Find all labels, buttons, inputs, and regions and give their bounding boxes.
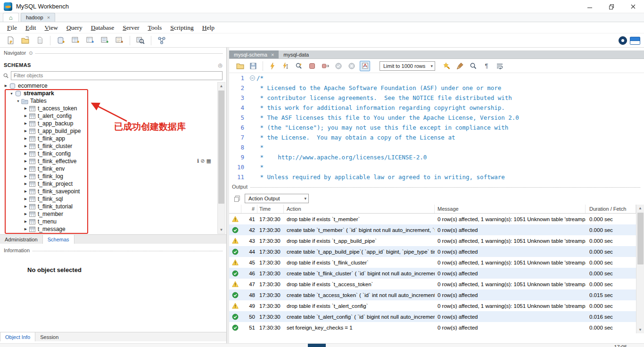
limit-rows-dropdown[interactable]: Limit to 1000 rows ▾ xyxy=(380,61,435,71)
schema-tree[interactable]: ▶ ecommerce ▼ streampark ▼ Tables ▶ xyxy=(0,82,217,234)
create-view-icon[interactable] xyxy=(84,35,96,46)
output-row[interactable]: 50 17:30:30 create table `t_alert_config… xyxy=(229,311,636,322)
table-node[interactable]: ▶ t_flink_sql xyxy=(0,195,217,203)
menu-item[interactable]: Tools xyxy=(143,23,166,33)
info-icon[interactable]: ℹ xyxy=(197,158,199,164)
minimize-button[interactable] xyxy=(579,0,601,13)
table-node[interactable]: ▶ t_flink_app xyxy=(0,135,217,142)
filter-objects-input[interactable] xyxy=(11,71,223,80)
output-row[interactable]: 48 17:30:30 create table `t_access_token… xyxy=(229,289,636,300)
deny-icon[interactable]: ⊘ xyxy=(200,158,205,164)
word-wrap-icon[interactable] xyxy=(495,61,505,71)
execute-statement-icon[interactable] xyxy=(281,61,291,71)
tree-scrollbar[interactable]: ▲ ▼ xyxy=(217,82,225,234)
output-row[interactable]: 49 17:30:30 drop table if exists `t_aler… xyxy=(229,300,636,311)
menu-item[interactable]: View xyxy=(41,23,62,33)
expand-collapsed-icon[interactable]: ▶ xyxy=(23,205,29,208)
copy-output-icon[interactable] xyxy=(234,195,241,202)
close-tab-icon[interactable]: × xyxy=(47,15,50,20)
tab-mysql-schema[interactable]: mysql-schema × xyxy=(229,50,279,58)
output-scrollbar[interactable]: ▲ ▼ xyxy=(636,205,644,333)
notifications-icon[interactable] xyxy=(619,36,627,45)
expand-collapsed-icon[interactable]: ▶ xyxy=(23,144,29,148)
expand-collapsed-icon[interactable]: ▶ xyxy=(23,212,29,216)
expand-collapsed-icon[interactable]: ▶ xyxy=(23,137,29,140)
table-node[interactable]: ▶ t_alert_config xyxy=(0,112,217,120)
save-snippet-icon[interactable] xyxy=(442,61,452,71)
search-data-icon[interactable] xyxy=(135,35,146,46)
stop-query-icon[interactable] xyxy=(307,61,317,71)
schema-node-ecommerce[interactable]: ▶ ecommerce xyxy=(0,82,217,90)
output-row[interactable]: 47 17:30:30 drop table if exists `t_acce… xyxy=(229,279,636,289)
menu-item[interactable]: Server xyxy=(118,23,143,33)
menu-item[interactable]: Edit xyxy=(21,23,41,33)
tab-object-info[interactable]: Object Info xyxy=(0,332,35,341)
expand-collapsed-icon[interactable]: ▶ xyxy=(23,190,29,193)
expand-collapsed-icon[interactable]: ▶ xyxy=(23,152,29,156)
expand-expanded-icon[interactable]: ▼ xyxy=(8,92,15,95)
grid-icon[interactable]: ▦ xyxy=(206,158,211,164)
tab-mysql-data[interactable]: mysql-data xyxy=(279,50,314,58)
commit-icon[interactable] xyxy=(333,61,344,71)
schema-node-streampark[interactable]: ▼ streampark xyxy=(0,90,217,97)
output-row[interactable]: 46 17:30:30 create table `t_flink_cluste… xyxy=(229,268,636,279)
output-row[interactable]: 44 17:30:30 create table `t_app_build_pi… xyxy=(229,246,636,257)
expand-collapsed-icon[interactable]: ▶ xyxy=(23,107,29,110)
stop-on-error-toggle-icon[interactable] xyxy=(320,61,330,71)
create-procedure-icon[interactable] xyxy=(99,35,110,46)
expand-expanded-icon[interactable]: ▼ xyxy=(15,99,21,103)
find-icon[interactable] xyxy=(468,61,479,71)
output-row[interactable]: 45 17:30:30 drop table if exists `t_flin… xyxy=(229,257,636,268)
expand-collapsed-icon[interactable]: ▶ xyxy=(23,174,29,178)
connection-tab-hadoop[interactable]: hadoop × xyxy=(21,13,55,22)
menu-item[interactable]: Database xyxy=(87,23,118,33)
sql-code-editor[interactable]: 1 − /* 2 − * Licensed to the Apache Soft… xyxy=(229,73,644,183)
menu-item[interactable]: File xyxy=(3,23,21,33)
home-tab[interactable]: ⌂ xyxy=(3,13,19,22)
table-node[interactable]: ▶ t_flink_savepoint xyxy=(0,188,217,195)
expand-collapsed-icon[interactable]: ▶ xyxy=(23,227,29,231)
scroll-down-icon[interactable]: ▼ xyxy=(218,226,225,233)
table-node[interactable]: ▶ t_flink_env xyxy=(0,165,217,173)
scrollbar-thumb[interactable] xyxy=(637,213,644,264)
scroll-down-icon[interactable]: ▼ xyxy=(636,326,644,333)
menu-item[interactable]: Scripting xyxy=(166,23,198,33)
scroll-up-icon[interactable]: ▲ xyxy=(218,83,225,90)
table-node[interactable]: ▶ t_flink_effective xyxy=(0,157,217,165)
output-row[interactable]: 42 17:30:30 create table `t_member` ( `i… xyxy=(229,224,636,235)
expand-collapsed-icon[interactable]: ▶ xyxy=(23,129,29,133)
expand-collapsed-icon[interactable]: ▶ xyxy=(3,84,9,88)
table-node[interactable]: ▶ t_menu xyxy=(0,218,217,225)
create-table-icon[interactable] xyxy=(70,35,81,46)
explain-query-icon[interactable] xyxy=(294,61,304,71)
expand-collapsed-icon[interactable]: ▶ xyxy=(23,197,29,201)
tab-administration[interactable]: Administration xyxy=(0,235,42,244)
table-node[interactable]: ▶ t_flink_cluster xyxy=(0,142,217,150)
autocommit-toggle-icon[interactable] xyxy=(360,61,370,71)
show-invisibles-icon[interactable]: ¶ xyxy=(481,61,492,71)
output-view-dropdown[interactable]: Action Output ▾ xyxy=(245,194,309,203)
expand-collapsed-icon[interactable]: ▶ xyxy=(23,167,29,171)
create-schema-icon[interactable] xyxy=(55,35,66,46)
expand-collapsed-icon[interactable]: ▶ xyxy=(23,182,29,186)
open-script-icon[interactable] xyxy=(19,35,31,46)
menu-item[interactable]: Help xyxy=(198,23,219,33)
tables-folder-node[interactable]: ▼ Tables xyxy=(0,97,217,105)
close-tab-icon[interactable]: × xyxy=(271,52,274,58)
expand-collapsed-icon[interactable]: ▶ xyxy=(23,122,29,125)
admin-connections-icon[interactable] xyxy=(156,35,167,46)
expand-collapsed-icon[interactable]: ▶ xyxy=(23,114,29,118)
taskbar-active-app[interactable] xyxy=(308,344,326,347)
scroll-up-icon[interactable]: ▲ xyxy=(636,205,644,212)
expand-collapsed-icon[interactable]: ▶ xyxy=(23,220,29,223)
schema-visibility-icon[interactable]: ◎ xyxy=(218,62,223,68)
new-document-icon[interactable] xyxy=(34,35,45,46)
tab-schemas[interactable]: Schemas xyxy=(42,235,74,244)
table-node[interactable]: ▶ t_flink_config xyxy=(0,150,217,157)
beautify-icon[interactable] xyxy=(455,61,465,71)
table-node[interactable]: ▶ t_access_token xyxy=(0,105,217,112)
restore-button[interactable] xyxy=(601,0,622,13)
output-row[interactable]: 41 17:30:30 drop table if exists `t_memb… xyxy=(229,214,636,224)
fold-toggle-icon[interactable]: − xyxy=(250,75,255,81)
execute-script-icon[interactable] xyxy=(267,61,278,71)
